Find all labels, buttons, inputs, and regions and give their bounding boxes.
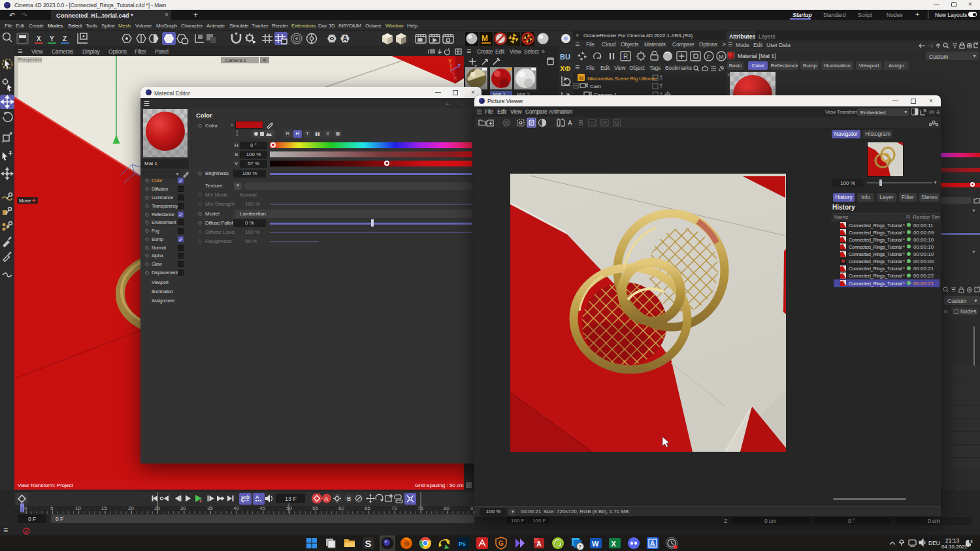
svg-text:Y: Y — [50, 35, 54, 42]
svg-text:Connected_Rings_Tutorial *: Connected_Rings_Tutorial * — [849, 259, 905, 264]
svg-text:XΦ: XΦ — [560, 65, 570, 72]
svg-text:Z: Z — [63, 35, 67, 42]
svg-text:7: 7 — [579, 544, 582, 550]
svg-text:00:00:10: 00:00:10 — [913, 237, 934, 243]
svg-text:M: M — [482, 34, 488, 43]
svg-text:Connected_Rings_Tutorial *: Connected_Rings_Tutorial * — [849, 223, 905, 228]
svg-text:100 F: 100 F — [532, 518, 546, 524]
svg-text:55: 55 — [312, 505, 318, 511]
svg-text:Z: Z — [724, 518, 727, 524]
svg-text:13 F: 13 F — [285, 496, 297, 502]
svg-text:8: 8 — [470, 505, 474, 511]
svg-text:A: A — [255, 494, 259, 500]
svg-text:Connected_Rings_Tutorial *: Connected_Rings_Tutorial * — [849, 273, 905, 279]
svg-text:0: 0 — [24, 505, 27, 511]
svg-text:00:00:10: 00:00:10 — [913, 244, 934, 250]
svg-text:A: A — [568, 119, 572, 127]
svg-text:00:00:09: 00:00:09 — [913, 230, 934, 236]
svg-text:A: A — [650, 540, 655, 547]
svg-text:F: F — [200, 499, 202, 503]
svg-text:F: F — [707, 54, 711, 60]
svg-text:04.10.2022: 04.10.2022 — [941, 544, 968, 550]
svg-text:S: S — [365, 538, 372, 549]
svg-text:00:00:00: 00:00:00 — [913, 259, 934, 264]
svg-text:Z: Z — [457, 63, 461, 69]
svg-text:G: G — [498, 540, 504, 547]
svg-text:8: 8 — [970, 539, 973, 544]
svg-text:B: B — [347, 496, 351, 502]
svg-text:70: 70 — [391, 505, 397, 511]
svg-text:Y: Y — [448, 58, 452, 64]
svg-text:DEU: DEU — [928, 540, 940, 546]
svg-text:A: A — [325, 496, 329, 502]
svg-text:A: A — [536, 540, 542, 548]
svg-text:Connected_Rings_Tutorial *: Connected_Rings_Tutorial * — [849, 281, 905, 287]
svg-text:A: A — [343, 35, 348, 42]
svg-text:60: 60 — [338, 505, 344, 511]
svg-text:30: 30 — [180, 505, 186, 511]
svg-text:00:00:11: 00:00:11 — [913, 223, 934, 228]
svg-text:X: X — [37, 35, 41, 42]
svg-text:00:00:21: 00:00:21 — [913, 266, 934, 272]
svg-text:Nikomedias Scene Rig Ultimate: Nikomedias Scene Rig Ultimate — [587, 76, 657, 82]
svg-text:65: 65 — [365, 505, 370, 511]
svg-text:00:00:10: 00:00:10 — [913, 251, 934, 257]
svg-text:45: 45 — [259, 505, 265, 511]
svg-text:X: X — [453, 75, 457, 81]
svg-text:Connected_Rings_Tutorial *: Connected_Rings_Tutorial * — [849, 266, 905, 272]
svg-text:Connected_Rings_Tutorial *: Connected_Rings_Tutorial * — [849, 230, 905, 236]
svg-text:15: 15 — [101, 505, 107, 511]
svg-text:Perspective: Perspective — [18, 57, 42, 63]
svg-text:N: N — [580, 75, 584, 82]
svg-text:80: 80 — [444, 505, 449, 511]
svg-text:00:00:21: 00:00:21 — [913, 281, 934, 287]
svg-text:75: 75 — [417, 505, 423, 511]
svg-text:View Transform: Project: View Transform: Project — [18, 482, 74, 488]
svg-text:Connected_Rings_Tutorial *: Connected_Rings_Tutorial * — [849, 237, 905, 243]
svg-text:Move: Move — [19, 198, 31, 204]
svg-text:21:13: 21:13 — [945, 537, 960, 544]
svg-text:40: 40 — [233, 505, 239, 511]
svg-text:Connected_Rings_Tutorial *: Connected_Rings_Tutorial * — [849, 251, 905, 257]
svg-text:Ps: Ps — [459, 541, 466, 547]
svg-text:B: B — [579, 119, 583, 127]
svg-text:5: 5 — [50, 505, 54, 511]
svg-text:R: R — [623, 53, 628, 60]
svg-text:Cam: Cam — [590, 84, 601, 89]
svg-text:M: M — [719, 54, 724, 60]
svg-text:Connected_Rings_Tutorial *: Connected_Rings_Tutorial * — [849, 244, 905, 250]
svg-text:Grid Spacing : 50 cm: Grid Spacing : 50 cm — [415, 482, 464, 488]
svg-text:BU: BU — [560, 53, 570, 61]
svg-text:0 °: 0 ° — [848, 518, 855, 524]
svg-text:0 cm: 0 cm — [928, 518, 939, 524]
svg-text:0 cm: 0 cm — [764, 518, 776, 524]
svg-text:35: 35 — [207, 505, 213, 511]
svg-text:00:00:22: 00:00:22 — [913, 273, 934, 279]
svg-text:50: 50 — [286, 505, 292, 511]
svg-text:X: X — [612, 540, 617, 548]
svg-text:W: W — [592, 540, 599, 548]
svg-text:0 F: 0 F — [28, 516, 36, 522]
svg-text:20: 20 — [128, 505, 134, 511]
svg-text:25: 25 — [154, 505, 160, 511]
svg-text:Camera 1: Camera 1 — [225, 57, 246, 63]
svg-text:10: 10 — [75, 505, 81, 511]
svg-text:100 F: 100 F — [511, 518, 525, 524]
svg-text:0 F: 0 F — [56, 516, 63, 522]
